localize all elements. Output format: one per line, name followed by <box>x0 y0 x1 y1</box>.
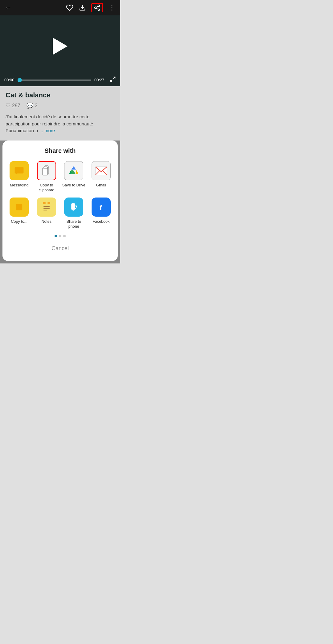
stats-row: ♡ 297 💬 3 <box>6 102 115 109</box>
current-time: 00:00 <box>4 78 17 82</box>
video-title: Cat & balance <box>6 91 115 99</box>
share-item-gmail[interactable]: Gmail <box>89 161 114 193</box>
notes-label: Notes <box>41 219 51 224</box>
share-modal: Share with Messaging <box>2 141 118 261</box>
facebook-icon-wrap: f <box>92 198 111 217</box>
clipboard-icon-wrap <box>37 161 56 180</box>
svg-marker-18 <box>71 170 76 174</box>
messaging-icon-wrap <box>10 161 29 180</box>
video-controls: 00:00 00:27 <box>0 74 120 86</box>
share-item-copy-to[interactable]: Copy to... <box>7 198 32 229</box>
play-button[interactable] <box>53 38 68 55</box>
share-item-drive[interactable]: Save to Drive <box>61 161 86 193</box>
top-bar: ← ⋮ <box>0 0 120 15</box>
description: J'ai finalement décidé de soumettre cett… <box>6 113 115 134</box>
pagination-dots <box>7 235 113 237</box>
svg-rect-13 <box>44 167 47 169</box>
svg-point-2 <box>95 7 97 9</box>
more-link[interactable]: ... more <box>39 128 55 133</box>
modal-overlay: Share with Messaging <box>0 141 120 263</box>
share-item-messaging[interactable]: Messaging <box>7 161 32 193</box>
share-item-facebook[interactable]: f Facebook <box>89 198 114 229</box>
dot-3 <box>63 235 66 237</box>
share-phone-icon-wrap <box>64 198 83 217</box>
facebook-label: Facebook <box>92 219 109 224</box>
fullscreen-button[interactable] <box>110 76 116 84</box>
svg-rect-27 <box>47 202 50 204</box>
more-button[interactable]: ⋮ <box>109 4 115 12</box>
svg-point-3 <box>98 9 100 10</box>
svg-marker-16 <box>76 169 79 174</box>
share-item-clipboard[interactable]: Copy to clipboard <box>34 161 59 193</box>
share-grid: Messaging Copy to clipboard <box>7 161 113 229</box>
dot-2 <box>59 235 61 237</box>
heart-icon: ♡ <box>6 102 10 109</box>
drive-icon-wrap <box>64 161 83 180</box>
svg-point-34 <box>76 206 77 207</box>
dot-1 <box>55 235 57 237</box>
likes-count: 297 <box>12 103 20 108</box>
clipboard-label: Copy to clipboard <box>34 183 59 193</box>
comments-stat: 💬 3 <box>27 102 38 109</box>
comment-icon: 💬 <box>27 102 33 109</box>
content-area: Cat & balance ♡ 297 💬 3 J'ai finalement … <box>0 86 120 141</box>
likes-stat: ♡ 297 <box>6 102 20 109</box>
svg-text:f: f <box>100 204 102 212</box>
svg-rect-8 <box>15 167 24 173</box>
progress-bar[interactable] <box>20 79 91 81</box>
share-item-share-phone[interactable]: Share to phone <box>61 198 86 229</box>
gmail-label: Gmail <box>96 183 106 188</box>
drive-label: Save to Drive <box>62 183 85 188</box>
svg-rect-26 <box>43 202 45 204</box>
download-button[interactable] <box>79 4 86 11</box>
video-player[interactable]: 00:00 00:27 <box>0 15 120 86</box>
total-time: 00:27 <box>94 78 107 82</box>
share-title: Share with <box>7 147 113 154</box>
comments-count: 3 <box>35 103 38 108</box>
copy-to-label: Copy to... <box>11 219 28 224</box>
progress-dot <box>18 78 22 82</box>
svg-point-1 <box>98 5 100 7</box>
svg-rect-24 <box>16 204 22 210</box>
svg-marker-17 <box>71 166 76 169</box>
svg-line-4 <box>96 8 98 9</box>
svg-line-6 <box>113 77 115 79</box>
share-phone-label: Share to phone <box>61 219 86 229</box>
svg-point-33 <box>73 210 74 211</box>
notes-icon-wrap <box>37 198 56 217</box>
svg-rect-20 <box>95 166 107 175</box>
gmail-icon-wrap <box>92 161 111 180</box>
cancel-button[interactable]: Cancel <box>7 242 113 255</box>
svg-rect-32 <box>71 203 75 210</box>
copy-to-icon-wrap <box>10 198 29 217</box>
messaging-label: Messaging <box>10 183 28 188</box>
back-button[interactable]: ← <box>5 4 12 12</box>
heart-button[interactable] <box>66 4 73 11</box>
svg-line-7 <box>111 80 113 82</box>
share-item-notes[interactable]: Notes <box>34 198 59 229</box>
svg-line-5 <box>96 6 98 7</box>
share-button[interactable] <box>91 3 103 12</box>
